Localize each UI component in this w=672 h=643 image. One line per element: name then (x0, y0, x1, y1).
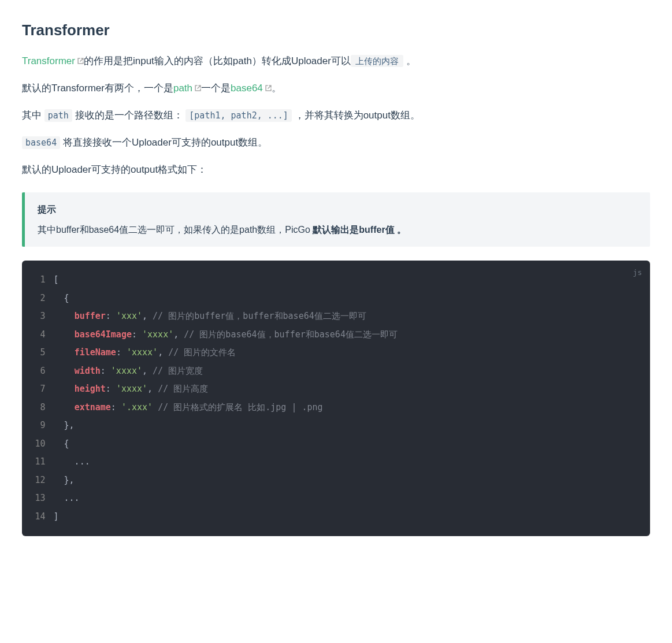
text: 默认的Transformer有两个，一个是 (22, 83, 173, 94)
link-text: base64 (231, 83, 263, 94)
external-link-icon (194, 84, 201, 92)
base64-link[interactable]: base64 (231, 83, 272, 94)
external-link-icon (76, 57, 84, 65)
text: ，并将其转换为output数组。 (292, 110, 420, 121)
paragraph-5: 默认的Uploader可支持的output格式如下： (22, 162, 650, 179)
tip-title: 提示 (38, 202, 637, 217)
paragraph-4: base64 将直接接收一个Uploader可支持的output数组。 (22, 135, 650, 151)
text: 。 (403, 55, 416, 66)
paragraph-1: Transformer的作用是把input输入的内容（比如path）转化成Upl… (22, 53, 650, 70)
link-text: path (173, 83, 192, 94)
paragraph-2: 默认的Transformer有两个，一个是path一个是base64。 (22, 80, 650, 97)
highlight-upload-content: 上传的内容 (351, 55, 403, 67)
section-heading: Transformer (22, 17, 650, 43)
tip-strong: 默认输出是buffer值 。 (313, 225, 406, 235)
tip-body: 其中buffer和base64值二选一即可，如果传入的是path数组，PicGo… (38, 222, 637, 237)
text: 接收的是一个路径数组： (72, 110, 185, 121)
tip-box: 提示 其中buffer和base64值二选一即可，如果传入的是path数组，Pi… (22, 192, 650, 247)
code-language-label: js (633, 266, 642, 279)
text: 将直接接收一个Uploader可支持的output数组。 (60, 137, 268, 148)
code-base64: base64 (22, 136, 60, 149)
code-path-array: [path1, path2, ...] (185, 109, 292, 122)
text: 的作用是把input输入的内容（比如path）转化成Uploader可以 (84, 55, 351, 66)
text: 其中buffer和base64值二选一即可，如果传入的是path数组，PicGo (38, 225, 313, 235)
path-link[interactable]: path (173, 83, 201, 94)
paragraph-3: 其中 path 接收的是一个路径数组： [path1, path2, ...] … (22, 107, 650, 124)
transformer-link[interactable]: Transformer (22, 55, 84, 66)
line-numbers: 1234567891011121314 (22, 271, 54, 526)
code-block: js 1234567891011121314 [ { buffer: 'xxx'… (22, 261, 650, 536)
text: 一个是 (201, 83, 231, 94)
text: 。 (272, 83, 281, 94)
link-text: Transformer (22, 55, 75, 66)
code-path: path (44, 109, 72, 122)
text: 其中 (22, 110, 44, 121)
external-link-icon (264, 84, 272, 92)
code-lines[interactable]: [ { buffer: 'xxx', // 图片的buffer值，buffer和… (54, 271, 651, 526)
